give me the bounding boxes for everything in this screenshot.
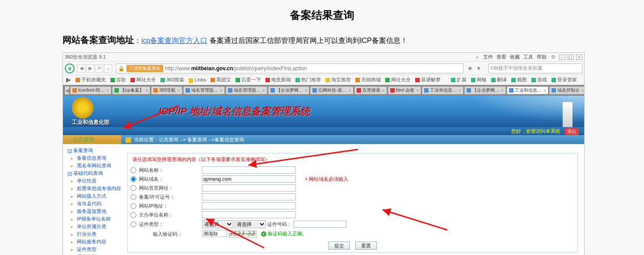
tab-close-icon[interactable]: × [146,88,148,93]
dropdown-icon[interactable]: ▾ [477,65,484,72]
tab-close-icon[interactable]: × [106,88,109,93]
tab-close-icon[interactable]: × [382,88,385,93]
toolbar-item[interactable]: 登录管家 [551,76,577,83]
captcha-image[interactable]: 3$3J 3Z [228,230,257,238]
tab-close-icon[interactable]: × [543,88,546,93]
radio-homepage[interactable] [130,185,136,191]
select-cert-type-2[interactable]: 请选择 [235,220,266,228]
tab-close-icon[interactable]: × [220,88,223,93]
radio-domain[interactable] [130,176,136,182]
toolbar-item[interactable]: 翻译 [491,76,507,83]
reset-button[interactable]: 重置 [355,242,377,250]
toolbar-item[interactable]: 游戏 [531,76,547,83]
browser-tab[interactable]: 亿网科技-新…× [310,86,353,94]
browser-tab[interactable]: 369导航× [151,86,182,94]
menu-item[interactable]: 文件 [483,54,493,60]
back-button[interactable]: ◀ [77,64,85,72]
tab-close-icon[interactable]: × [262,88,265,93]
bookmark-item[interactable]: 谷歌 [110,76,126,83]
bookmark-item[interactable]: 电竞新闻 [265,76,291,83]
bookmark-item[interactable]: 网址大全 [130,76,156,83]
tree-leaf[interactable]: ▸黑名单网站查询 [63,162,121,170]
bookmark-item[interactable]: 网址大全 [385,76,411,83]
select-cert-type-1[interactable]: 请选择 [202,220,233,228]
tree-leaf[interactable]: ▸省市县代码 [63,200,121,208]
radio-site-name[interactable] [130,167,136,173]
home-button[interactable]: ⌂ [104,64,112,72]
close-icon[interactable]: × [576,55,582,60]
tree-leaf[interactable]: ▸备案信息查询 [63,154,121,162]
toolbar-item[interactable]: 扩展 [451,76,467,83]
tree-leaf[interactable]: ▸单位所属分类 [63,223,121,230]
submit-button[interactable]: 提交 [328,242,350,250]
menu-item[interactable]: 收藏 [510,54,520,60]
bookmark-item[interactable]: 天猫商城 [355,76,381,83]
tree-leaf[interactable]: ▸服务器放置地 [63,208,121,215]
tab-scroll-left[interactable]: ◀ [65,86,69,94]
browser-tab[interactable]: 百度搜索× [354,86,387,94]
url-field[interactable]: 🔒 工信部备案系统 http://www.miitbeian.gov.cn/pu… [116,64,463,73]
tab-close-icon[interactable]: × [349,88,351,93]
star-icon[interactable]: ★ [467,65,475,72]
tree-group[interactable]: ▸基础代码查询 [63,170,121,177]
menu-item[interactable]: 帮助 [537,54,547,60]
tree-leaf[interactable]: ▸行业分类 [63,230,121,238]
browser-tab[interactable]: 工业和信息…× [507,86,548,94]
input-cert-no[interactable] [293,221,347,228]
browser-tab[interactable]: 【icp备案】× [112,86,151,94]
radio-license[interactable] [130,194,136,200]
input-site-name[interactable] [202,166,296,174]
input-ip[interactable] [202,202,296,209]
forward-button[interactable]: ▶ [86,64,94,72]
tab-close-icon[interactable]: × [416,88,419,93]
input-domain[interactable] [202,175,296,183]
bookmark-item[interactable]: 热门推荐 [295,76,321,83]
input-sponsor[interactable] [202,211,296,218]
tree-leaf[interactable]: ▸语言类型 [63,253,121,255]
bookmark-item[interactable]: 360搜索 [160,76,184,83]
bookmark-handle-icon[interactable]: ▮▸ [66,77,71,83]
tab-close-icon[interactable]: × [581,88,584,93]
bookmark-item[interactable]: 慕课解梦 [415,76,441,83]
input-homepage[interactable] [202,184,296,191]
menu-item[interactable]: 工具 [523,54,533,60]
browser-tab[interactable]: 工业和信息…× [422,86,463,94]
input-captcha[interactable] [202,230,227,237]
minimize-icon[interactable]: – [559,55,565,60]
reload-button[interactable]: ⟳ [95,64,103,72]
tree-leaf[interactable]: ▸IP报备单位名称 [63,215,121,223]
tree-leaf[interactable]: ▸前置审批或专项内容 [63,185,121,192]
intro-link[interactable]: icp备案查询官方入口 [141,37,207,44]
exit-button[interactable]: 退出 [564,128,579,136]
bookmark-item[interactable]: Links [189,77,206,82]
toolbar-item[interactable]: 网银 [471,76,487,83]
tree-leaf[interactable]: ▸单位性质 [63,177,121,185]
radio-ip[interactable] [130,203,136,209]
input-license[interactable] [202,193,296,200]
settings-icon[interactable]: ⚙ [551,54,556,60]
browser-tab[interactable]: html 会签× [388,86,421,94]
radio-sponsor[interactable] [130,212,136,218]
browser-tab[interactable]: 【企业梦网…× [464,86,506,94]
tree-leaf[interactable]: ▸网站接入方式 [63,192,121,200]
browser-search[interactable]: FBI接手中国学生失联案 [488,64,582,73]
bookmark-item[interactable]: 淘宝推荐 [325,76,351,83]
toolbar-item[interactable]: 截图 [511,76,527,83]
tab-close-icon[interactable]: × [177,88,180,93]
bookmark-item[interactable]: 百度一下 [236,76,261,83]
radio-cert[interactable] [130,221,136,227]
tree-leaf[interactable]: ▸证件类型 [63,246,121,253]
browser-tab[interactable]: 域名控制台× [549,86,584,94]
browser-tab[interactable]: 域名管理面…× [226,86,267,94]
bookmark-item[interactable]: 美团宝 [210,76,231,83]
bookmark-item[interactable]: 手机收藏夹 [76,76,106,83]
maximize-icon[interactable]: ▢ [568,55,574,60]
browser-tab[interactable]: 【企业梦网…× [268,86,310,94]
tab-close-icon[interactable]: × [305,88,307,93]
tree-leaf[interactable]: ▸网站服务内容 [63,238,121,246]
tree-group[interactable]: ▸备案查询 [63,147,121,154]
browser-tab[interactable]: 域名管理面…× [183,86,225,94]
browser-tab[interactable]: Iconfont-阿…× [70,86,111,94]
tab-close-icon[interactable]: × [459,88,461,93]
tab-close-icon[interactable]: × [501,88,504,93]
